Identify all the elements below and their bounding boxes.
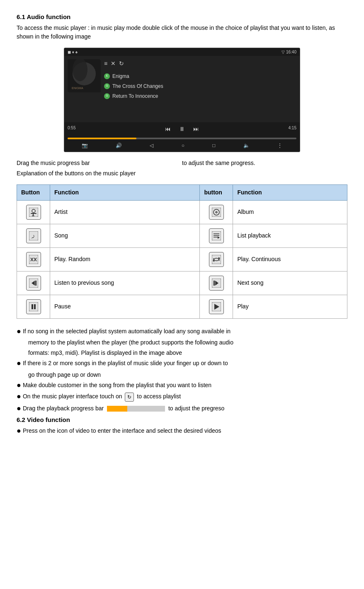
playlist-icons: ≡ ✕ ↻ xyxy=(104,59,296,68)
playlist-item-name-return: Return To Innocence xyxy=(112,92,158,100)
pause-icon-btn[interactable] xyxy=(26,299,41,314)
listplayback-icon-btn[interactable] xyxy=(209,228,224,243)
home-icon[interactable]: ○ xyxy=(182,142,184,149)
status-icons-left: ◼ ♦ ♠ xyxy=(68,49,78,55)
repeat-icon[interactable]: ↻ xyxy=(119,59,124,68)
menu-icon[interactable]: ≡ xyxy=(104,59,107,68)
svg-rect-20 xyxy=(29,255,38,264)
next-icon[interactable]: ⏭ xyxy=(193,125,199,133)
bullet-indent-1a: memory to the playlist when the player (… xyxy=(28,338,347,347)
playlist-item-cross[interactable]: G The Cross Of Changes xyxy=(104,81,296,91)
col-header-button: Button xyxy=(17,184,50,200)
bullet-dot-62: ● xyxy=(17,427,21,436)
bullet-text-2: If there is 2 or more songs in the playl… xyxy=(23,359,228,368)
song-icon-btn[interactable]: ♪ xyxy=(26,228,41,243)
bullet-item-2: ● If there is 2 or more songs in the pla… xyxy=(17,359,347,368)
drag-text-left: Drag the music progress bar xyxy=(17,159,182,167)
app-icon-cross: G xyxy=(104,83,110,89)
bullet-text-5: Drag the playback progress bar to adjust… xyxy=(23,404,225,413)
continuous-icon-btn[interactable] xyxy=(209,252,224,267)
svg-rect-8 xyxy=(32,216,34,216)
drag-text-right: to adjust the same progress. xyxy=(182,159,347,167)
fn1-random: Play. Random xyxy=(50,247,200,271)
prev-icon[interactable]: ⏮ xyxy=(165,125,171,133)
bullet-item-1: ● If no song in the selected playlist sy… xyxy=(17,327,347,336)
fn1-prev: Listen to previous song xyxy=(50,271,200,295)
bottom-controls: 📷 🔊 ◁ ○ □ 🔈 ⋮ xyxy=(68,142,296,149)
time-start: 0:55 xyxy=(68,125,75,136)
bullet-dot-4: ● xyxy=(17,392,21,401)
col-header-function2: Function xyxy=(233,184,347,200)
repeat-inline-icon[interactable]: ↻ xyxy=(125,393,134,402)
table-row: Artist Album xyxy=(17,200,347,224)
album-icon-btn[interactable] xyxy=(209,205,224,220)
svg-rect-34 xyxy=(29,302,38,311)
table-row: Listen to previous song Next song xyxy=(17,271,347,295)
playback-controls[interactable]: ⏮ ⏸ ⏭ xyxy=(165,125,199,133)
fn2-play: Play xyxy=(233,295,347,318)
playlist-item-name-cross: The Cross Of Changes xyxy=(112,82,163,90)
playlist-item-name-enigma: Enigma xyxy=(112,73,129,80)
buttons-table: Button Function button Function Arti xyxy=(17,184,347,319)
bullet-dot-2: ● xyxy=(17,359,21,368)
screen-main-content: ENIGMA ≡ ✕ ↻ E Enigma G The Cross Of C xyxy=(64,56,300,122)
time-end: 4:15 xyxy=(289,125,296,136)
bullet-text-62: Press on the icon of video to enter the … xyxy=(23,427,221,435)
progress-fill xyxy=(68,138,136,139)
bullet-text-3: Make double customer in the song from th… xyxy=(23,381,211,390)
btn1-prev xyxy=(17,271,50,295)
bullet-text-1: If no song in the selected playlist syst… xyxy=(23,327,231,336)
prev-icon-btn[interactable] xyxy=(26,276,41,291)
btn2-play xyxy=(200,295,233,318)
table-row: ♪ Song List playback xyxy=(17,224,347,247)
status-time: ▽ 16:40 xyxy=(281,49,296,55)
playlist-item-enigma[interactable]: E Enigma xyxy=(104,71,296,81)
play-icon-btn[interactable] xyxy=(209,299,224,314)
table-header-row: Button Function button Function xyxy=(17,184,347,200)
bullet-dot-5: ● xyxy=(17,404,21,413)
pause-icon[interactable]: ⏸ xyxy=(179,125,185,133)
drag-text-row: Drag the music progress bar to adjust th… xyxy=(17,159,347,167)
artist-icon-btn[interactable] xyxy=(26,205,41,220)
random-icon-btn[interactable] xyxy=(26,252,41,267)
table-row: Play. Random Play. Continuous xyxy=(17,247,347,271)
btn2-next xyxy=(200,271,233,295)
app-icon-return: G xyxy=(104,93,110,99)
svg-text:♪: ♪ xyxy=(32,233,35,239)
back-icon[interactable]: ◁ xyxy=(150,142,153,149)
fn2-continuous: Play. Continuous xyxy=(233,247,347,271)
svg-rect-36 xyxy=(34,304,36,309)
bullet-item-5: ● Drag the playback progress bar to adju… xyxy=(17,404,347,413)
svg-rect-25 xyxy=(212,255,221,264)
volume-icon[interactable]: 🔊 xyxy=(116,142,122,149)
svg-rect-7 xyxy=(33,214,34,216)
svg-rect-33 xyxy=(214,281,215,286)
square-icon[interactable]: □ xyxy=(212,142,215,149)
shuffle-icon[interactable]: ✕ xyxy=(111,59,116,68)
col-header-button2: button xyxy=(200,184,233,200)
progress-bar[interactable] xyxy=(68,138,296,139)
sound-icon[interactable]: 🔈 xyxy=(243,142,250,149)
camera-icon[interactable]: 📷 xyxy=(82,142,88,149)
btn1-artist xyxy=(17,200,50,224)
fn2-next: Next song xyxy=(233,271,347,295)
explanation-text: Explanation of the buttons on the music … xyxy=(17,169,347,178)
progress-bar-inline xyxy=(107,406,165,412)
intro-paragraph: To access the music player : in music pl… xyxy=(17,24,347,41)
svg-rect-6 xyxy=(31,213,36,214)
bullet-section: ● If no song in the selected playlist sy… xyxy=(17,327,347,436)
album-art-inner: ENIGMA xyxy=(68,59,101,92)
table-row: Pause Play xyxy=(17,295,347,318)
status-bar: ◼ ♦ ♠ ▽ 16:40 xyxy=(64,48,300,56)
svg-rect-35 xyxy=(32,304,33,309)
bullet-text-4: On the music player interface touch on ↻… xyxy=(23,392,181,401)
time-row: 0:55 ⏮ ⏸ ⏭ 4:15 xyxy=(68,125,296,136)
next-icon-btn[interactable] xyxy=(209,276,224,291)
device-screenshot: ◼ ♦ ♠ ▽ 16:40 ENIGMA xyxy=(64,48,300,152)
fn1-artist: Artist xyxy=(50,200,200,224)
svg-rect-30 xyxy=(35,281,36,286)
more-icon[interactable]: ⋮ xyxy=(277,142,282,149)
playlist-item-return[interactable]: G Return To Innocence xyxy=(104,91,296,101)
btn2-continuous xyxy=(200,247,233,271)
playlist-area: ≡ ✕ ↻ E Enigma G The Cross Of Changes G … xyxy=(104,59,296,119)
